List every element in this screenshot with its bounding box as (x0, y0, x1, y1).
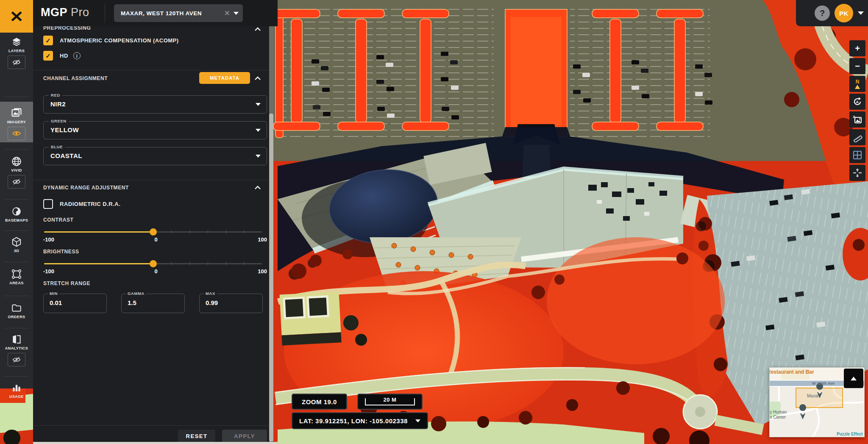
compass-north-button[interactable]: N (849, 76, 865, 92)
dra-section-title: DYNAMIC RANGE ADJUSTMENT (43, 185, 129, 191)
divider (4, 296, 29, 296)
reset-button[interactable]: RESET (178, 430, 215, 443)
layers-visibility-toggle[interactable] (8, 56, 25, 69)
chevron-down-icon[interactable] (858, 11, 864, 15)
divider (33, 70, 273, 70)
bar-chart-icon (11, 382, 22, 393)
zoom-in-button[interactable]: + (849, 40, 865, 56)
minimap[interactable]: Restaurant and Bar W 120th Ave Maxar nty… (769, 367, 865, 437)
sidebar-item-basemaps[interactable]: BASEMAPS (0, 206, 33, 222)
zoom-out-button[interactable]: − (849, 58, 865, 74)
map-toolbar: + − N A A (849, 40, 865, 181)
compass-arrow-icon (855, 85, 860, 89)
avatar[interactable]: PK (835, 4, 853, 22)
minimap-road-label: W 120th Ave (812, 381, 835, 386)
hd-checkbox[interactable]: ✓ (43, 51, 53, 61)
grid-icon (853, 150, 862, 160)
reset-rotation-button[interactable]: A (849, 94, 865, 110)
divider (4, 149, 29, 150)
help-button[interactable]: ? (815, 6, 830, 21)
scrollbar-thumb[interactable] (269, 114, 273, 441)
acomp-label: ATMOSPHERIC COMPENSATION (ACOMP) (60, 37, 179, 44)
radiometric-label: RADIOMETRIC D.R.A. (60, 201, 120, 207)
divider (105, 3, 105, 23)
divider (4, 328, 29, 328)
image-enhance-button[interactable]: A (849, 111, 865, 128)
stretch-range-title: STRETCH RANGE (43, 280, 90, 286)
recenter-button[interactable] (849, 165, 865, 181)
brightness-scale: -1000100 (43, 268, 267, 275)
triangle-icon (851, 377, 857, 380)
cube-icon (11, 236, 22, 247)
sidebar-item-analytics[interactable]: ANALYTICS (0, 334, 33, 366)
stretch-max-field[interactable]: MAX 0.99 (199, 294, 263, 313)
chevron-down-icon (256, 129, 261, 132)
close-icon[interactable]: ✕ (224, 9, 230, 18)
scale-label: 20 M (384, 397, 397, 405)
collapse-channel-button[interactable] (254, 76, 260, 80)
apply-button[interactable]: APPLY (222, 430, 267, 443)
grid-button[interactable] (849, 147, 865, 163)
panel-scrollbar[interactable] (269, 26, 273, 444)
measure-button[interactable] (849, 129, 865, 145)
scale-bar: 20 M (357, 394, 423, 410)
sidebar-item-imagery[interactable]: IMAGERY (0, 107, 33, 140)
sidebar-item-layers[interactable]: LAYERS (0, 36, 33, 69)
minimap-collapse-button[interactable] (844, 369, 863, 388)
acomp-checkbox[interactable]: ✓ (43, 36, 53, 45)
sidebar-item-orders[interactable]: ORDERS (0, 302, 33, 319)
metadata-button[interactable]: METADATA (199, 72, 250, 84)
crosshair-icon (852, 168, 862, 178)
divider (33, 425, 273, 426)
sidebar-item-areas[interactable]: AREAS (0, 269, 33, 285)
divider (4, 230, 29, 231)
blue-channel-select[interactable]: BLUE COASTAL (43, 147, 267, 165)
info-icon[interactable]: i (73, 52, 81, 59)
scale-bracket: 20 M (365, 398, 415, 405)
sidebar: LAYERS IMAGERY VIVID BASEMAPS (0, 26, 33, 388)
maxar-logo[interactable]: ✕ (0, 0, 33, 33)
stretch-min-field[interactable]: MIN 0.01 (43, 294, 107, 313)
divider (4, 97, 29, 97)
sidebar-item-3d[interactable]: 3D (0, 236, 33, 253)
preprocessing-section-title: PREPROCESSING (43, 26, 91, 31)
channel-assignment-title: CHANNEL ASSIGNMENT (43, 75, 108, 81)
sidebar-item-usage[interactable]: USAGE (0, 382, 33, 399)
imagery-visibility-toggle[interactable] (8, 127, 25, 140)
divider (4, 199, 29, 200)
scene-chip-label: MAXAR, WEST 120TH AVEN (121, 10, 221, 17)
sidebar-item-vivid[interactable]: VIVID (0, 156, 33, 189)
scene-selector-chip[interactable]: MAXAR, WEST 120TH AVEN ✕ (114, 4, 243, 22)
area-polygon-icon (11, 269, 22, 280)
chevron-down-icon[interactable] (234, 12, 239, 15)
folder-icon (11, 302, 22, 314)
vivid-visibility-toggle[interactable] (8, 175, 25, 189)
bottom-edge-strip (33, 442, 278, 444)
analytics-visibility-toggle[interactable] (8, 353, 25, 366)
hd-row: ✓ HD i (43, 51, 81, 61)
green-channel-select[interactable]: GREEN YELLOW (43, 121, 267, 139)
minimap-poi-bottom: Puzzle Effect (837, 432, 863, 436)
eye-off-icon (12, 356, 21, 363)
coordinates-chip[interactable]: LAT: 39.912251, LON: -105.002338 (292, 412, 428, 429)
minimap-poi-left-1: nty Human (770, 410, 787, 414)
globe-grid-icon (11, 156, 22, 167)
contrast-slider-handle[interactable] (150, 228, 157, 236)
radiometric-checkbox[interactable] (43, 199, 53, 209)
brightness-slider[interactable] (44, 260, 262, 267)
collapse-dra-button[interactable] (254, 186, 260, 189)
stretch-gamma-field[interactable]: GAMMA 1.5 (121, 294, 185, 313)
chevron-down-icon (256, 155, 261, 158)
minimap-poi-left-2: ces Center (770, 415, 786, 419)
mgp-pro-app: Restaurant and Bar W 120th Ave Maxar nty… (0, 0, 868, 444)
top-bar: MGP Pro MAXAR, WEST 120TH AVEN ✕ (0, 0, 278, 26)
brightness-slider-handle[interactable] (150, 260, 157, 267)
svg-text:A: A (856, 100, 859, 104)
minimap-poi-top: Restaurant and Bar (770, 369, 814, 375)
rotate-icon: A (852, 97, 862, 107)
collapse-preprocessing-button[interactable] (254, 27, 260, 31)
acomp-row: ✓ ATMOSPHERIC COMPENSATION (ACOMP) (43, 36, 179, 45)
imagery-icon (11, 107, 22, 119)
red-channel-select[interactable]: RED NIR2 (43, 95, 267, 114)
contrast-slider[interactable] (44, 228, 262, 235)
